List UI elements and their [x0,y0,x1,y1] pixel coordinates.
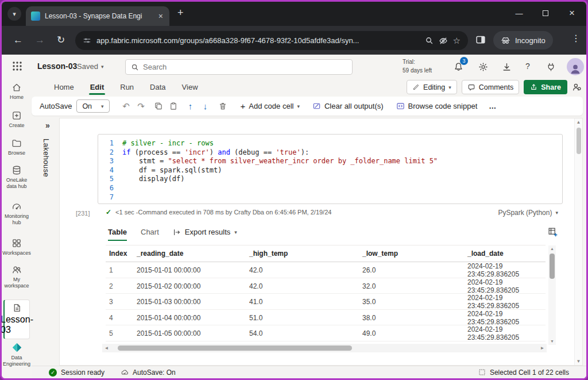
plug-icon[interactable] [546,62,556,72]
sidebar-item-create[interactable]: Create [2,110,32,129]
app-launcher-icon[interactable] [12,61,22,71]
code-line[interactable]: 4 df = spark.sql(stmt) [98,166,562,175]
clear-all-outputs-button[interactable]: Clear all output(s) [312,102,384,110]
sidebar-item-browse[interactable]: Browse [2,138,32,156]
maximize-icon [543,10,548,16]
tab-view[interactable]: View [176,79,204,95]
scrollbar-thumb[interactable] [550,254,555,279]
code-line[interactable]: 3 stmt = "select * from silver_weather_i… [98,157,562,166]
autosave-toggle-dropdown[interactable]: On▾ [76,99,109,113]
results-tab-table[interactable]: Table [108,228,127,241]
move-cell-up-icon[interactable]: ↑ [183,101,198,111]
global-search[interactable] [125,59,353,75]
scrollbar-track[interactable] [111,344,538,352]
scroll-up-icon[interactable]: ▲ [548,245,556,252]
results-tab-chart[interactable]: Chart [141,228,159,240]
sidebar-item-monitoring-hub[interactable]: Monitoring hub [2,201,32,226]
sidebar-item-workspaces[interactable]: Workspaces [2,238,32,256]
collaboration-icon[interactable] [572,82,582,92]
split-screen-icon[interactable] [475,34,486,45]
forward-button[interactable]: → [35,33,45,47]
sidebar-item-lesson-03[interactable]: Lesson-03 [3,300,30,339]
minimize-button[interactable]: — [506,2,532,25]
back-button[interactable]: ← [13,33,23,47]
browser-tab[interactable]: Lesson-03 - Synapse Data Engi × [26,6,169,26]
column-header[interactable]: _load_date [467,250,546,258]
maximize-button[interactable] [532,2,559,25]
table-row[interactable]: 12015-01-01 00:00:0042.026.02024-02-19 2… [106,262,546,278]
results-horizontal-scrollbar[interactable]: ◄ ► [102,344,547,352]
code-line[interactable]: 7 [98,193,562,202]
copy-icon[interactable] [151,102,166,110]
sidebar-item-my-workspace[interactable]: My workspace [2,264,32,289]
export-results-dropdown[interactable]: Export results ▾ [173,228,237,236]
download-icon[interactable] [502,62,512,72]
refresh-button[interactable]: ↻ [57,33,65,47]
more-options-icon[interactable]: … [489,102,496,110]
kernel-selector[interactable]: PySpark (Python)▾ [498,209,558,217]
help-icon[interactable]: ? [525,62,530,71]
scroll-down-icon[interactable]: ▼ [548,338,556,345]
eye-slash-icon[interactable] [439,36,448,45]
move-cell-down-icon[interactable]: ↓ [198,101,213,111]
table-cell: 2 [109,282,137,290]
column-header[interactable]: _low_temp [362,250,467,258]
new-tab-button[interactable]: + [177,7,184,19]
scrollbar-thumb[interactable] [118,346,352,351]
table-row[interactable]: 32015-01-03 00:00:0041.035.02024-02-19 2… [106,294,546,310]
code-cell[interactable]: 1# silver - incr - rows2if (process == '… [98,134,563,204]
expand-explorer-icon[interactable]: » [45,121,50,130]
column-header[interactable]: Index [109,250,137,258]
trial-info: Trial:59 days left [403,57,432,75]
code-line[interactable]: 2if (process == 'incr') and (debug == 't… [98,148,562,158]
browse-code-snippet-button[interactable]: Browse code snippet [396,102,478,110]
autosave-status[interactable]: AutoSave: On [121,369,176,377]
code-line[interactable]: 6 [98,184,562,193]
sidebar-item-home[interactable]: Home [2,82,32,101]
tab-home[interactable]: Home [48,79,80,95]
code-line[interactable]: 1# silver - incr - rows [98,139,562,148]
url-text[interactable]: app.fabric.microsoft.com/groups/a668a328… [96,36,420,45]
tab-data[interactable]: Data [144,79,172,95]
sidebar-item-data-engineering[interactable]: Data Engineering [2,342,32,367]
tab-search-button[interactable]: ▾ [7,7,21,21]
scroll-down-icon[interactable]: ▼ [575,359,582,364]
sidebar-item-onelake-data-hub[interactable]: OneLake data hub [2,165,32,190]
add-code-cell-button[interactable]: + Add code cell ▾ [241,101,300,111]
table-row[interactable]: 42015-01-04 00:00:0051.038.02024-02-19 2… [106,310,546,326]
table-row[interactable]: 52015-01-05 00:00:0054.049.02024-02-19 2… [106,325,546,341]
code-line[interactable]: 5 display(df) [98,175,562,184]
delete-cell-icon[interactable] [215,102,230,110]
column-header[interactable]: _reading_date [137,250,249,258]
explorer-title[interactable]: Lakehouse [42,139,51,177]
account-avatar[interactable] [567,58,584,75]
scroll-right-icon[interactable]: ► [538,346,547,351]
settings-gear-icon[interactable] [478,62,488,72]
tab-close-icon[interactable]: × [157,11,164,21]
table-options-icon[interactable] [548,227,558,237]
column-header[interactable]: _high_temp [249,250,362,258]
zoom-icon[interactable] [425,36,434,45]
table-row[interactable]: 22015-01-02 00:00:0042.032.02024-02-19 2… [106,278,546,294]
results-vertical-scrollbar[interactable]: ▲ ▼ [548,245,556,345]
tab-edit[interactable]: Edit [84,79,111,95]
scrollbar-thumb[interactable] [577,128,581,154]
comments-button[interactable]: Comments [462,80,519,94]
bookmark-star-icon[interactable]: ☆ [453,36,461,46]
search-input[interactable] [143,63,347,71]
tab-run[interactable]: Run [114,79,140,95]
page-vertical-scrollbar[interactable]: ▲ ▼ [574,118,582,365]
share-button[interactable]: Share [524,80,567,94]
undo-icon[interactable]: ↶ [119,101,134,112]
chevron-down-icon: ▾ [101,64,104,70]
close-button[interactable]: × [559,2,585,25]
paste-icon[interactable] [166,102,181,110]
save-status[interactable]: Saved▾ [77,62,103,71]
redo-icon[interactable]: ↷ [134,101,149,112]
editing-mode-dropdown[interactable]: Editing▾ [407,80,457,94]
scroll-left-icon[interactable]: ◄ [102,346,111,351]
site-settings-icon[interactable] [83,36,91,45]
scroll-up-icon[interactable]: ▲ [575,120,582,125]
address-bar[interactable]: app.fabric.microsoft.com/groups/a668a328… [75,31,468,50]
browser-menu-icon[interactable]: ⋮ [571,33,581,44]
